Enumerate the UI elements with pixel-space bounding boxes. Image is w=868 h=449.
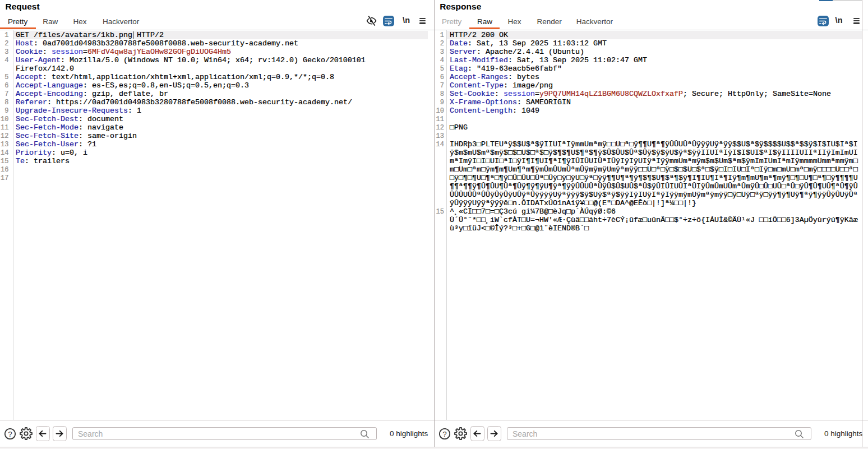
svg-text:?: ? bbox=[8, 429, 12, 438]
svg-text:?: ? bbox=[442, 429, 447, 438]
